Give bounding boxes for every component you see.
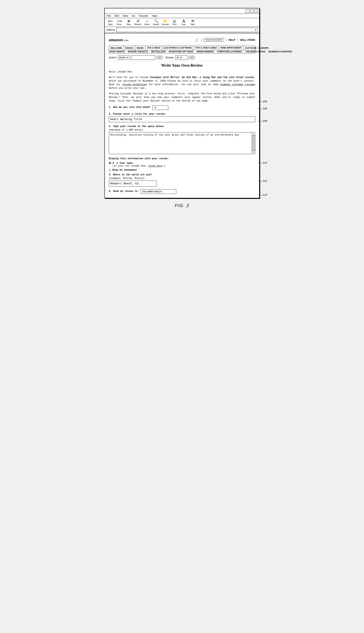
annotation-208: ——208 [258, 119, 267, 122]
radio-anonymous-item: Keep me anonymous [109, 169, 255, 171]
forward-button[interactable]: ⟶ 'Forw... [116, 19, 123, 26]
radio-anonymous-button[interactable] [109, 169, 111, 171]
radio-anonymous-label: Keep me anonymous [112, 169, 137, 171]
mail-label: Mail [191, 23, 194, 26]
search-button[interactable]: 🔍 Search [152, 19, 160, 26]
address-input[interactable]: ▼ [116, 28, 258, 32]
scroll-down-button[interactable]: ▼ [252, 151, 255, 154]
radio-yourname-item: 4. ⊙ Your name: (if your not Joseph Doe,… [109, 162, 255, 167]
subtab-award[interactable]: AWARD WINNERS [196, 51, 214, 53]
q4-label: 4. ⊙ Your name: (if your not Joseph Doe,… [112, 162, 165, 167]
q3-section: ——208 3. Type your review in the space b… [109, 125, 255, 154]
tab-books[interactable]: BOOKS [124, 46, 135, 50]
review-title-input[interactable] [109, 116, 255, 122]
mail-icon: ✉ [191, 19, 194, 23]
review-textarea[interactable]: Outstanding, sensitive telling of the la… [109, 132, 252, 154]
cart-icon: 🛒 [195, 38, 199, 42]
tab-toys[interactable]: TOYS & VIDEO GAMES [193, 46, 218, 50]
maximize-button[interactable]: □ [250, 9, 254, 13]
nav-tabs-row1: WELCOME BOOKS MUSIC DVD & VIDEO ELECTRON… [109, 46, 255, 50]
browse-arrow: ▼ [180, 56, 182, 59]
q6-row: 6. Send my review to: Jacob@example [109, 189, 255, 194]
subtab-childrens[interactable]: CHILDREN'S BOOKS [246, 51, 265, 53]
address-label: Address [106, 29, 115, 31]
help-link[interactable]: HELP [228, 39, 236, 41]
search-category-value: Books [119, 56, 126, 59]
browse-go-button[interactable]: GO [188, 56, 195, 59]
tab-home[interactable]: HOME IMPROVEMENT [219, 46, 244, 50]
click-here-link[interactable]: click here [148, 165, 162, 167]
radio-yourname-button[interactable] [109, 162, 111, 164]
title-bar: ─ □ ✕ [105, 8, 259, 14]
close-button[interactable]: ✕ [254, 9, 258, 13]
subtab-bookstore[interactable]: BOOKSTORE GIFT IDEAS [169, 51, 193, 53]
menu-file[interactable]: File [107, 14, 111, 17]
location-input[interactable] [109, 181, 156, 186]
amazon-logo: amazon.com [109, 37, 128, 42]
tab-auctions[interactable]: AUCTIONS [244, 46, 258, 50]
scroll-up-button[interactable]: ▲ [252, 132, 255, 136]
refresh-icon: ↺ [136, 19, 140, 23]
minimize-button[interactable]: ─ [246, 9, 249, 13]
browse-label: Browse: [166, 56, 174, 59]
stop-button[interactable]: ⊗ Stop [125, 19, 132, 26]
nav-sep-2: | [226, 39, 226, 41]
print-button[interactable]: 🖨 Print [171, 19, 178, 26]
search-category-select[interactable]: Books ▼ [118, 55, 130, 60]
refresh-button[interactable]: ↺ Refresh [134, 19, 142, 26]
favorite-label: Favorite [162, 23, 169, 26]
menu-bar: File Edit View Go Favorite Help [105, 14, 259, 18]
home-label: Home [144, 23, 150, 26]
menu-favorite[interactable]: Favorite [139, 14, 148, 17]
greeting-text: Hello Joseph Doe. [109, 70, 255, 74]
q4-section: 4. ⊙ Your name: (if your not Joseph Doe,… [109, 162, 255, 171]
browse-value: All [176, 56, 179, 59]
search-go-button[interactable]: GO [156, 56, 162, 59]
email-input[interactable]: Jacob@example [140, 189, 176, 194]
tab-electronics[interactable]: ELECTRONICS & SOFTWARE [162, 46, 193, 50]
subtab-computers[interactable]: COMPUTERS & INTERNET [217, 51, 242, 53]
nav-sep-1: | [201, 39, 202, 41]
subtab-book-search[interactable]: BOOK SEARCH [110, 51, 125, 53]
textarea-scrollbar: ▲ ▼ [252, 132, 255, 154]
back-button[interactable]: ⟵ Back [107, 19, 114, 26]
stop-icon: ⊗ [127, 19, 130, 23]
rating-select[interactable]: ▼ [152, 106, 168, 110]
scroll-track [252, 136, 255, 151]
menu-edit[interactable]: Edit [114, 14, 119, 17]
sell-items-link[interactable]: SELL ITEMS [240, 39, 255, 41]
search-bar-label: Search: [109, 56, 117, 59]
toolbar: ⟵ Back ⟶ 'Forw... ⊗ Stop ↺ Refresh ⌂ Hom… [105, 18, 259, 27]
menu-go[interactable]: Go [132, 14, 135, 17]
mail-button[interactable]: ✉ Mail [189, 19, 196, 26]
rating-arrow: ▼ [154, 106, 156, 109]
review-textarea-wrapper: Outstanding, sensitive telling of the la… [109, 132, 255, 154]
address-bar: Address ▼ [105, 27, 259, 33]
example-reviews-link[interactable]: example customer reviews [220, 83, 255, 86]
browse-select[interactable]: All ▼ [176, 55, 187, 60]
forward-label: 'Forw... [116, 23, 123, 26]
search-text-input[interactable] [131, 55, 155, 60]
menu-help[interactable]: Help [152, 14, 157, 17]
font-button[interactable]: A Font [180, 19, 187, 26]
home-button[interactable]: ⌂ Home [144, 19, 150, 26]
tab-music[interactable]: MUSIC [135, 46, 146, 50]
review-guidelines-link[interactable]: review guidelines [122, 83, 147, 86]
back-label: Back [108, 23, 112, 26]
intro-paragraph: We'd love for you to review Tuesdays wit… [109, 76, 255, 90]
tab-dvd[interactable]: DVD & VIDEO [146, 46, 162, 50]
search-bar: Search: Books ▼ GO Browse: All ▼ GO [109, 54, 255, 61]
tab-welcome[interactable]: WELCOME [109, 46, 124, 50]
your-account-button[interactable]: YOUR ACCOUNT [204, 38, 224, 42]
nav-tabs: WELCOME BOOKS MUSIC DVD & VIDEO ELECTRON… [109, 46, 255, 53]
menu-view[interactable]: View [122, 14, 128, 17]
subtab-business[interactable]: BUSINESS & INVESTING [268, 51, 292, 53]
tab-zshops[interactable]: zSHOPS [258, 46, 270, 50]
subtab-browse[interactable]: BROWSE SUBJECTS [128, 51, 148, 53]
favorite-button[interactable]: 📁 Favorite [162, 19, 169, 26]
q1-section: 1. How do you rate this book? ▼ ——204 [109, 106, 255, 110]
subtab-bestsellers[interactable]: BESTSELLERS [151, 51, 166, 53]
q5-sublabel: (Example: Moscow, Russia) [109, 177, 255, 180]
q3-label: 3. Type your review in the space below: [109, 125, 255, 128]
print-icon: 🖨 [173, 19, 176, 23]
